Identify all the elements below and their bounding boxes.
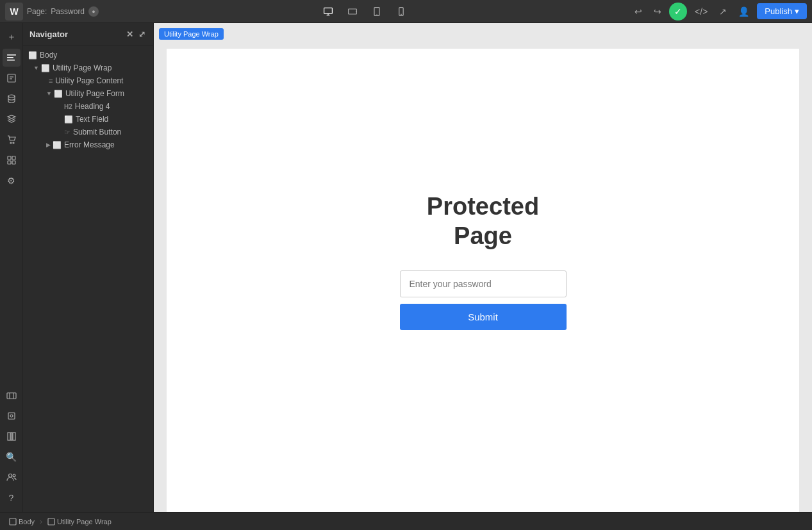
body-icon: ⬜: [28, 51, 37, 60]
tree-item-submit-button[interactable]: ▼ ☞ Submit Button: [23, 126, 153, 138]
tree-item-error-message[interactable]: ▶ ⬜ Error Message: [23, 138, 153, 151]
tablet-button[interactable]: [368, 4, 386, 19]
account-button[interactable]: 👤: [734, 4, 753, 19]
h2-icon: H2: [64, 103, 72, 110]
breadcrumb-body[interactable]: Body: [5, 517, 38, 527]
canvas-frame: Protected Page Submit: [167, 49, 799, 512]
tree-item-utility-page-wrap[interactable]: ▼ ⬜ Utility Page Wrap: [23, 62, 153, 74]
sidebar-navigator-icon[interactable]: [3, 49, 21, 67]
sidebar-store-icon[interactable]: [3, 131, 21, 149]
canvas-element-label: Utility Page Wrap: [159, 28, 224, 40]
sidebar-crop-icon[interactable]: [3, 407, 21, 425]
tree-item-utility-page-form[interactable]: ▼ ⬜ Utility Page Form: [23, 87, 153, 100]
error-box-icon: ⬜: [53, 141, 62, 149]
device-controls: [103, 4, 627, 19]
svg-point-16: [10, 142, 12, 144]
page-title: Protected Page: [427, 192, 539, 251]
sidebar-settings-icon[interactable]: ⚙: [3, 172, 21, 190]
svg-rect-11: [7, 60, 15, 61]
svg-rect-19: [12, 156, 15, 160]
mobile-button[interactable]: [392, 4, 410, 19]
breadcrumb-separator: ›: [40, 517, 42, 526]
svg-rect-33: [48, 518, 54, 525]
sidebar-search-icon[interactable]: 🔍: [3, 448, 21, 466]
desktop-button[interactable]: [319, 4, 337, 19]
code-button[interactable]: </>: [691, 4, 711, 19]
page-info: Page: Password ●: [27, 6, 99, 17]
topbar: W Page: Password ● ↩ ↪ ✓ </> ↗ 👤 Publish: [0, 0, 812, 23]
sidebar-add-icon[interactable]: ＋: [3, 28, 21, 46]
svg-rect-27: [8, 433, 10, 440]
svg-point-31: [13, 474, 15, 477]
svg-point-6: [376, 14, 377, 15]
svg-point-4: [356, 11, 356, 12]
sidebar-grid-icon[interactable]: [3, 427, 21, 445]
svg-rect-0: [324, 8, 333, 13]
svg-rect-10: [7, 57, 13, 58]
navigator-title: Navigator: [29, 29, 68, 39]
sidebar-breakpoints-icon[interactable]: [3, 386, 21, 404]
breadcrumb-utility-page-wrap[interactable]: Utility Page Wrap: [44, 517, 115, 527]
input-box-icon: ⬜: [64, 115, 73, 124]
canvas-area: Utility Page Wrap Protected Page Submit: [154, 23, 812, 512]
svg-rect-29: [13, 433, 15, 440]
expand-arrow-collapsed: ▶: [46, 142, 51, 148]
svg-point-17: [13, 142, 14, 144]
sidebar-assets-icon[interactable]: [3, 151, 21, 169]
tree-item-body[interactable]: ⬜ Body: [23, 49, 153, 62]
status-indicator: ✓: [669, 3, 687, 21]
sidebar-help-icon[interactable]: ?: [3, 489, 21, 507]
svg-rect-18: [8, 156, 11, 160]
right-controls: ↩ ↪ ✓ </> ↗ 👤 Publish ▾: [631, 3, 807, 21]
navigator-header: Navigator ✕ ⤢: [23, 23, 153, 46]
sidebar-users-icon[interactable]: [3, 468, 21, 486]
svg-point-15: [8, 95, 15, 97]
export-button[interactable]: ↗: [715, 4, 731, 19]
sidebar-icons: ＋ ⚙ 🔍: [0, 23, 23, 512]
password-input[interactable]: [400, 270, 567, 297]
undo-button[interactable]: ↩: [631, 4, 646, 19]
expand-arrow: ▼: [33, 65, 39, 71]
sidebar-pages-icon[interactable]: [3, 69, 21, 87]
bottom-bar: Body › Utility Page Wrap: [0, 512, 812, 530]
webflow-logo: W: [5, 3, 23, 21]
tree-item-heading-4[interactable]: ▼ H2 Heading 4: [23, 100, 153, 113]
tree-item-text-field[interactable]: ▼ ⬜ Text Field: [23, 113, 153, 126]
svg-rect-20: [8, 161, 11, 164]
svg-rect-22: [7, 393, 16, 399]
expand-arrow: ▼: [46, 90, 52, 97]
sidebar-cms-icon[interactable]: [3, 90, 21, 108]
navigator-expand-icon[interactable]: ⤢: [137, 28, 147, 40]
hand-icon: ☞: [64, 128, 70, 137]
svg-rect-21: [12, 161, 15, 164]
sidebar-bottom-icons: 🔍 ?: [3, 386, 21, 512]
svg-rect-28: [11, 433, 12, 440]
tablet-landscape-button[interactable]: [344, 4, 361, 19]
svg-rect-3: [349, 9, 357, 14]
svg-rect-12: [8, 74, 15, 82]
protected-page-content: Protected Page Submit: [167, 49, 799, 512]
navigator-panel: Navigator ✕ ⤢ ⬜ Body ▼ ⬜ Utility Page Wr…: [23, 23, 154, 512]
svg-rect-25: [8, 413, 15, 419]
list-icon: ≡: [49, 77, 53, 85]
navigator-header-icons: ✕ ⤢: [125, 28, 147, 40]
page-status-dot[interactable]: ●: [88, 6, 99, 17]
publish-button[interactable]: Publish ▾: [757, 3, 807, 19]
box-icon: ⬜: [41, 64, 50, 72]
redo-button[interactable]: ↪: [650, 4, 665, 19]
form-box-icon: ⬜: [54, 90, 63, 98]
sidebar-layers-icon[interactable]: [3, 110, 21, 128]
svg-rect-32: [10, 518, 16, 525]
svg-point-30: [8, 474, 12, 477]
nav-tree: ⬜ Body ▼ ⬜ Utility Page Wrap ▼ ≡ Utility…: [23, 46, 153, 512]
submit-button[interactable]: Submit: [400, 304, 567, 330]
svg-point-26: [10, 415, 13, 417]
navigator-close-icon[interactable]: ✕: [125, 28, 135, 40]
main-area: ＋ ⚙ 🔍: [0, 23, 812, 512]
svg-rect-9: [7, 54, 16, 56]
tree-item-utility-page-content[interactable]: ▼ ≡ Utility Page Content: [23, 74, 153, 87]
